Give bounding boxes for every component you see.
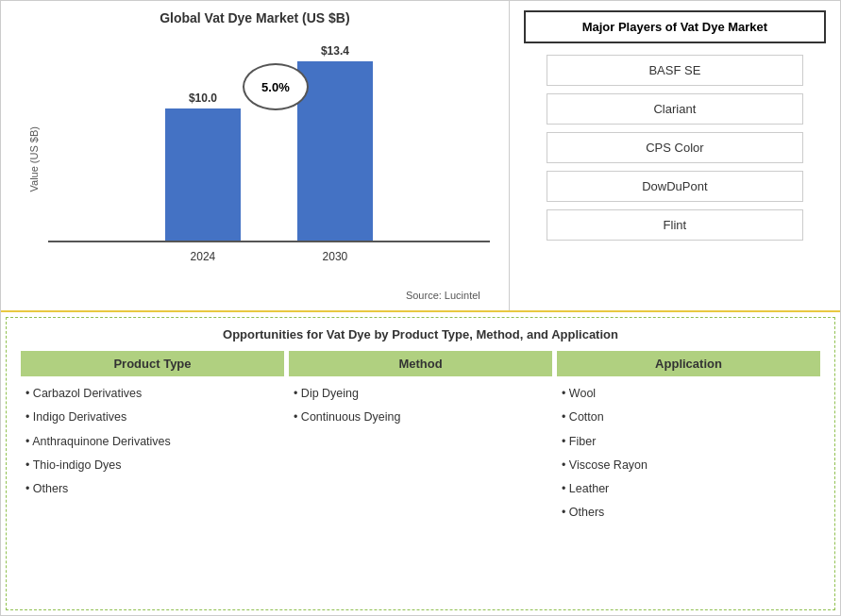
product-item-3: Anthraquinone Derivatives bbox=[25, 432, 284, 452]
main-container: Global Vat Dye Market (US $B) Value (US … bbox=[0, 0, 841, 616]
opportunities-grid: Product Type Carbazol Derivatives Indigo… bbox=[21, 351, 820, 595]
bar-value-2024: $10.0 bbox=[189, 92, 217, 105]
chart-section: Global Vat Dye Market (US $B) Value (US … bbox=[1, 1, 510, 310]
app-item-4: Viscose Rayon bbox=[562, 456, 820, 475]
app-item-3: Fiber bbox=[562, 432, 820, 452]
player-clariant: Clariant bbox=[547, 93, 803, 125]
app-item-1: Wool bbox=[562, 384, 820, 404]
source-text: Source: Lucintel bbox=[20, 290, 490, 301]
cagr-value: 5.0% bbox=[261, 80, 290, 94]
bar-label-2024: 2024 bbox=[191, 250, 216, 263]
product-item-1: Carbazol Derivatives bbox=[25, 384, 284, 404]
y-axis-label: Value (US $B) bbox=[28, 126, 40, 192]
player-basf: BASF SE bbox=[547, 55, 803, 86]
app-item-5: Leather bbox=[562, 479, 820, 499]
chart-title: Global Vat Dye Market (US $B) bbox=[160, 10, 350, 25]
players-title: Major Players of Vat Dye Market bbox=[524, 10, 826, 43]
bottom-section: Opportunities for Vat Dye by Product Typ… bbox=[6, 317, 835, 610]
product-item-4: Thio-indigo Dyes bbox=[25, 456, 284, 475]
bar-2024 bbox=[165, 108, 241, 241]
bar-group-2024: $10.0 2024 bbox=[165, 92, 241, 241]
cagr-circle: 5.0% bbox=[243, 63, 309, 110]
bar-label-2030: 2030 bbox=[323, 250, 348, 263]
application-items: Wool Cotton Fiber Viscose Rayon Leather … bbox=[557, 384, 820, 524]
top-section: Global Vat Dye Market (US $B) Value (US … bbox=[1, 1, 840, 312]
method-items: Dip Dyeing Continuous Dyeing bbox=[289, 384, 552, 428]
col-application: Application Wool Cotton Fiber Viscose Ra… bbox=[557, 351, 820, 595]
player-cps: CPS Color bbox=[547, 132, 803, 163]
col-header-product-type: Product Type bbox=[21, 351, 284, 376]
bars-container: $10.0 2024 $13.4 2030 5.0% bbox=[48, 35, 490, 242]
bar-group-2030: $13.4 2030 bbox=[297, 44, 373, 241]
product-type-items: Carbazol Derivatives Indigo Derivatives … bbox=[21, 384, 284, 499]
method-item-1: Dip Dyeing bbox=[294, 384, 552, 404]
method-item-2: Continuous Dyeing bbox=[294, 408, 552, 427]
app-item-6: Others bbox=[562, 503, 820, 523]
col-method: Method Dip Dyeing Continuous Dyeing bbox=[289, 351, 552, 595]
app-item-2: Cotton bbox=[562, 408, 820, 427]
col-product-type: Product Type Carbazol Derivatives Indigo… bbox=[21, 351, 284, 595]
player-flint: Flint bbox=[547, 209, 803, 241]
player-dow: DowDuPont bbox=[547, 171, 803, 202]
bar-2030 bbox=[297, 61, 373, 241]
product-item-2: Indigo Derivatives bbox=[25, 408, 284, 427]
players-section: Major Players of Vat Dye Market BASF SE … bbox=[510, 1, 840, 310]
bar-value-2030: $13.4 bbox=[321, 44, 349, 58]
col-header-application: Application bbox=[557, 351, 820, 376]
opportunities-title: Opportunities for Vat Dye by Product Typ… bbox=[21, 327, 820, 341]
product-item-5: Others bbox=[25, 479, 284, 499]
col-header-method: Method bbox=[289, 351, 552, 376]
